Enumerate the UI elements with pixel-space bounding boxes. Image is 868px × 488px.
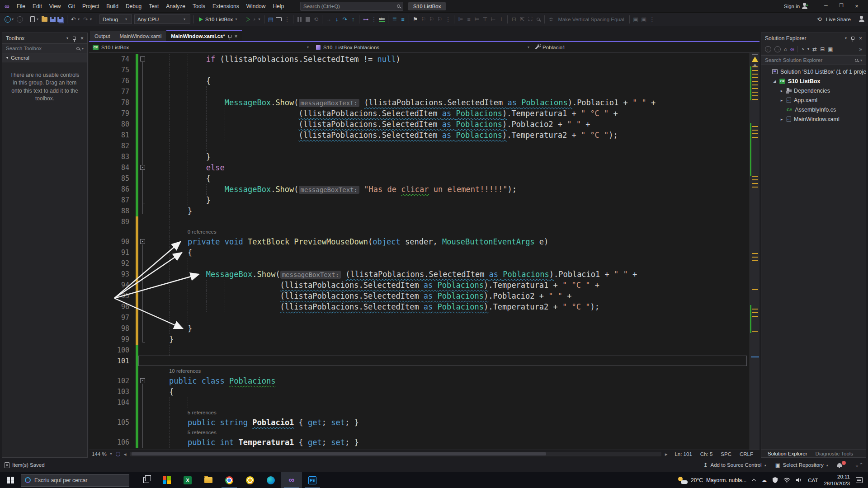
taskbar-photoshop-button[interactable]: Ps [302,472,323,488]
live-share-button[interactable]: ⟲ Live Share [816,15,864,24]
code-line-96[interactable]: 96 (llistaPoblacions.SelectedItem as Pob… [89,301,750,312]
window-layout-icon[interactable]: ▣ [632,15,640,24]
step-out-icon[interactable]: ↑ [349,15,357,24]
tree-item-solution-s10-listbox-1-of-1-project-[interactable]: Solution 'S10 ListBox' (1 of 1 project) [761,67,866,76]
align-center-icon[interactable]: ≡ [465,15,472,24]
fold-collapse-icon[interactable]: - [140,165,145,170]
align-left-icon[interactable]: ⊫ [457,15,464,24]
tree-item-assemblyinfo-cs[interactable]: C#AssemblyInfo.cs [761,105,866,114]
bookmark-overflow-icon[interactable]: ⋮ [444,15,452,24]
pending-changes-filter-icon[interactable]: ◔ [801,46,804,52]
align-right-icon[interactable]: ⊨ [473,15,481,24]
onedrive-icon[interactable]: ☁ [761,477,767,483]
zoom-tool-icon[interactable] [534,15,542,24]
code-line-76[interactable]: 76 { [89,75,750,86]
tree-expander-icon[interactable]: ▸ [779,89,784,93]
solution-explorer-search-input[interactable]: Search Solution Explorer ▾ [761,55,866,65]
taskbar-visual-studio-button[interactable]: ∞ [281,472,302,488]
tab-pin-icon[interactable] [228,35,231,38]
start-without-debugging-icon[interactable] [242,15,250,24]
breadcrumb-project[interactable]: C# S10 ListBox ▾ [89,42,312,52]
layout-overflow-icon[interactable]: ⋮ [648,15,656,24]
solution-explorer-close-icon[interactable]: × [859,35,862,42]
redo-icon[interactable]: ↷ [82,15,90,24]
notifications-button[interactable] [837,463,846,467]
save-icon[interactable] [49,15,57,24]
new-project-dropdown-icon[interactable]: ▾ [37,17,40,21]
breadcrumb-type[interactable]: S10_ListBox.Poblacions ▾ [312,42,533,52]
toolbar-overflow-icon[interactable]: » [859,46,862,52]
redo-dropdown-icon[interactable]: ▾ [90,17,94,21]
taskbar-clock[interactable]: 20:11 28/10/2023 [824,474,850,487]
navigate-forward-icon[interactable]: → [16,15,24,24]
breadcrumb-member[interactable]: Poblacio1 [533,42,760,52]
taskbar-search-box[interactable]: Escriu aquí per cercar [21,474,129,487]
step-into-icon[interactable]: ↓ [333,15,340,24]
align-top-icon[interactable]: ⊤ [481,15,489,24]
next-bookmark-icon[interactable]: ⚐ [428,15,435,24]
code-line-88[interactable]: 88 } [89,206,750,216]
splitter-handle[interactable] [752,54,758,55]
solution-explorer-menu-icon[interactable]: ▾ [845,36,847,40]
code-line-97[interactable]: 97 [89,312,750,323]
code-line-100[interactable]: 100 [89,345,750,356]
profiler-icon[interactable]: ◔ [250,15,258,24]
menu-view[interactable]: View [46,1,65,11]
menu-git[interactable]: Git [65,1,79,11]
close-button[interactable]: × [849,3,864,9]
taskbar-chrome-button[interactable] [219,472,240,488]
code-line-77[interactable]: 77 [89,86,750,97]
home-icon[interactable]: ⌂ [784,46,787,52]
taskbar-office-button[interactable] [156,472,177,488]
code-line-89[interactable]: 89 [89,216,750,227]
tree-item-app-xaml[interactable]: ▸App.xaml [761,95,866,105]
code-line-92[interactable]: 92 [89,258,750,269]
code-line-93[interactable]: 93 MessageBox.Show(messageBoxText: (llis… [89,269,750,280]
task-view-button[interactable] [136,472,156,488]
code-line-79[interactable]: 79 (llistaPoblacions.SelectedItem as Pob… [89,108,750,119]
code-line-91[interactable]: 91 { [89,247,750,258]
code-line-75[interactable]: 75 [89,65,750,75]
code-line-78[interactable]: 78 MessageBox.Show(messageBoxText: (llis… [89,97,750,108]
menu-window[interactable]: Window [243,1,269,11]
language-indicator[interactable]: CAT [808,478,818,483]
menu-edit[interactable]: Edit [29,1,46,11]
menu-tools[interactable]: Tools [189,1,209,11]
tree-item-mainwindow-xaml[interactable]: ▸MainWindow.xaml [761,114,866,124]
tab-mainwindow-xaml[interactable]: MainWindow.xaml [115,31,166,41]
scroll-right-icon[interactable]: ▸ [665,451,668,457]
start-debugging-button[interactable]: S10 ListBox ▾ [196,14,241,24]
invite-icon[interactable] [860,16,863,19]
step-over-icon[interactable]: ↷ [341,15,349,24]
code-line-86[interactable]: 86 MessageBox.Show(messageBoxText: "Has … [89,184,750,195]
tray-expand-icon[interactable] [752,479,756,483]
zoom-dropdown-icon[interactable]: ▾ [110,452,112,456]
code-line-106[interactable]: 106 public int Temperatura1 { get; set; … [89,437,750,448]
code-line-104[interactable]: 104 [89,397,750,408]
minimize-button[interactable]: ─ [818,3,834,9]
menu-build[interactable]: Build [103,1,122,11]
editor-vertical-scrollbar[interactable] [750,53,760,450]
code-line-98[interactable]: 98 } [89,323,750,334]
vertical-spacing-icon[interactable]: ≎ [547,15,555,24]
tab-output[interactable]: Output [90,31,115,41]
add-to-source-control-button[interactable]: ↥ Add to Source Control ▴ [703,462,766,468]
debug-overflow-icon[interactable]: ⋮ [370,15,377,24]
line-comment-icon[interactable]: ≣ [391,15,398,24]
pause-icon[interactable] [296,15,303,24]
tree-expander-icon[interactable]: ▸ [779,98,784,103]
bookmark-icon[interactable]: ⚑ [411,15,419,24]
menu-file[interactable]: File [13,1,29,11]
code-editor[interactable]: 74- if (llistaPoblacions.SelectedItem !=… [89,53,750,450]
menu-project[interactable]: Project [79,1,103,11]
menu-debug[interactable]: Debug [122,1,145,11]
feedback-button[interactable]: ⌄⌃ [855,462,863,468]
tree-expander-icon[interactable]: ◢ [772,79,777,84]
collapse-all-icon[interactable]: ⊟ [820,46,825,52]
pin-icon[interactable] [851,37,854,40]
clear-bookmarks-icon[interactable]: ⚐ [436,15,443,24]
back-icon[interactable]: ← [765,46,771,52]
sync-icon[interactable] [116,452,120,456]
scroll-left-icon[interactable]: ◂ [124,451,127,457]
toolbox-close-icon[interactable]: × [80,35,84,42]
